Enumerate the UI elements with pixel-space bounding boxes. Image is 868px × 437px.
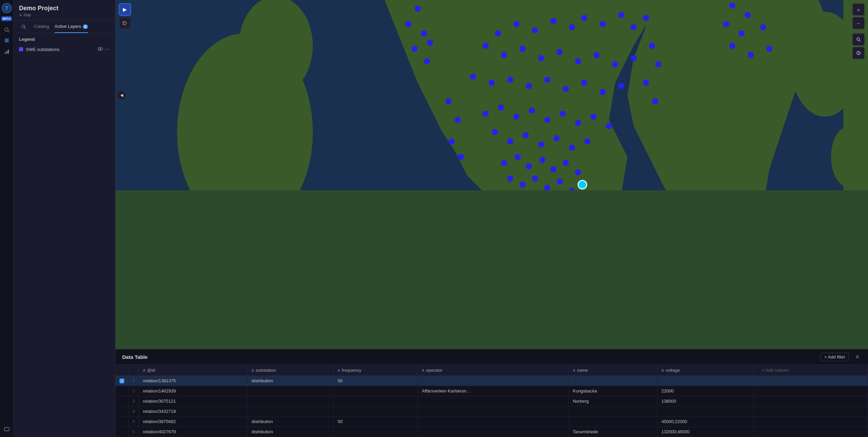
svg-point-69 xyxy=(498,104,504,110)
tab-active-layers[interactable]: Active Layers1 xyxy=(55,20,88,33)
svg-point-115 xyxy=(643,80,649,86)
cell-empty xyxy=(754,427,868,437)
svg-point-79 xyxy=(522,132,529,138)
svg-point-56 xyxy=(593,52,599,58)
project-title: Demo Project xyxy=(19,5,110,12)
svg-point-95 xyxy=(556,178,562,185)
svg-point-128 xyxy=(578,180,587,189)
svg-point-136 xyxy=(124,22,124,23)
svg-point-61 xyxy=(507,76,513,83)
cell-voltage xyxy=(657,375,754,386)
row-checkbox[interactable]: ✓ xyxy=(115,375,129,386)
svg-point-80 xyxy=(538,141,544,147)
svg-point-124 xyxy=(760,24,766,30)
cell-frequency xyxy=(333,406,418,417)
collapse-panel-btn[interactable]: ◀ xyxy=(117,90,126,100)
cursor-tool-btn[interactable]: ▶ xyxy=(119,3,131,16)
cell-name xyxy=(569,417,657,427)
cell-frequency: 50 xyxy=(333,417,418,427)
svg-point-46 xyxy=(600,21,606,27)
layer-visibility-btn[interactable] xyxy=(98,47,103,52)
table-row[interactable]: 2relation/1462939Affärsverken Karlskron…… xyxy=(115,386,868,396)
zoom-out-btn[interactable]: − xyxy=(852,17,865,29)
left-panel: Demo Project ↳ Italy Catalog Active Laye… xyxy=(14,0,115,437)
svg-point-59 xyxy=(470,73,476,80)
svg-rect-10 xyxy=(4,427,9,431)
tab-search-icon[interactable] xyxy=(19,22,29,32)
cell-voltage: 132000;45000 xyxy=(657,427,754,437)
zoom-in-btn[interactable]: + xyxy=(852,3,865,16)
add-column-btn[interactable]: + Add column xyxy=(754,365,868,376)
sidebar-search-icon[interactable] xyxy=(2,25,12,35)
svg-point-48 xyxy=(630,24,636,30)
cell-name: Tanumshede xyxy=(569,427,657,437)
cell-empty xyxy=(754,375,868,386)
svg-point-116 xyxy=(652,98,658,104)
svg-point-51 xyxy=(501,52,507,58)
cell-frequency xyxy=(333,396,418,406)
data-table-scroll[interactable]: A@id Asubstation Afrequency Aoperator An… xyxy=(115,365,868,437)
svg-point-47 xyxy=(618,12,624,18)
row-checkbox[interactable] xyxy=(115,396,129,406)
search-map-btn[interactable] xyxy=(852,33,865,46)
cell-id: relation/3432718 xyxy=(139,406,247,417)
row-number: 4 xyxy=(129,406,139,417)
sidebar-layers-icon[interactable] xyxy=(2,36,12,46)
svg-point-2 xyxy=(5,28,8,31)
svg-point-62 xyxy=(525,83,532,89)
tab-catalog[interactable]: Catalog xyxy=(34,20,49,33)
row-checkbox[interactable] xyxy=(115,386,129,396)
sidebar-analytics-icon[interactable] xyxy=(2,47,12,56)
row-number: 5 xyxy=(129,417,139,427)
row-checkbox[interactable] xyxy=(115,427,129,437)
col-frequency[interactable]: Afrequency xyxy=(333,365,418,376)
row-number: 3 xyxy=(129,396,139,406)
svg-point-131 xyxy=(405,21,411,27)
sidebar-chat-icon[interactable] xyxy=(2,425,12,434)
svg-point-40 xyxy=(495,30,501,36)
svg-point-78 xyxy=(507,138,513,144)
beta-badge: BETA xyxy=(1,16,12,21)
cell-voltage: 138000 xyxy=(657,396,754,406)
cell-operator: Affärsverken Karlskron… xyxy=(418,386,569,396)
table-row[interactable]: 6relation/4027679distributionTanumshede1… xyxy=(115,427,868,437)
row-checkbox[interactable] xyxy=(115,417,129,427)
history-btn[interactable] xyxy=(852,47,865,59)
cell-empty xyxy=(754,386,868,396)
row-checkbox[interactable] xyxy=(115,406,129,417)
table-header-row: A@id Asubstation Afrequency Aoperator An… xyxy=(115,365,868,376)
col-name[interactable]: Aname xyxy=(569,365,657,376)
col-substation[interactable]: Asubstation xyxy=(247,365,334,376)
col-id[interactable]: A@id xyxy=(139,365,247,376)
svg-point-43 xyxy=(550,18,556,24)
table-row[interactable]: 5relation/3875682distribution5045000;220… xyxy=(115,417,868,427)
panel-tabs: Catalog Active Layers1 xyxy=(14,20,115,33)
svg-point-134 xyxy=(427,39,433,46)
close-table-btn[interactable]: ✕ xyxy=(853,353,861,361)
table-row[interactable]: ✓1relation/1381375distribution50 xyxy=(115,375,868,386)
cell-id: relation/1381375 xyxy=(139,375,247,386)
svg-point-121 xyxy=(745,12,751,18)
svg-text:T: T xyxy=(5,5,8,11)
svg-rect-7 xyxy=(5,52,6,54)
legend-section: Legend xyxy=(14,33,115,44)
col-voltage[interactable]: Avoltage xyxy=(657,365,754,376)
tag-tool-btn[interactable] xyxy=(119,17,131,29)
col-operator[interactable]: Aoperator xyxy=(418,365,569,376)
svg-point-41 xyxy=(513,21,519,27)
table-row[interactable]: 3relation/3075121Norberg138000 xyxy=(115,396,868,406)
cell-voltage xyxy=(657,406,754,417)
svg-point-132 xyxy=(421,30,427,36)
cell-operator xyxy=(418,375,569,386)
layer-item-swe-substations[interactable]: SWE substations ⋯ xyxy=(14,44,115,55)
svg-point-53 xyxy=(538,55,544,61)
svg-point-70 xyxy=(513,114,519,120)
add-filter-btn[interactable]: + Add filter xyxy=(820,353,849,361)
layer-more-btn[interactable]: ⋯ xyxy=(105,47,110,52)
svg-point-126 xyxy=(748,52,754,58)
legend-title: Legend xyxy=(19,37,110,42)
table-row[interactable]: 4relation/3432718 xyxy=(115,406,868,417)
cell-empty xyxy=(754,406,868,417)
svg-rect-6 xyxy=(5,39,9,39)
svg-line-138 xyxy=(859,40,861,41)
